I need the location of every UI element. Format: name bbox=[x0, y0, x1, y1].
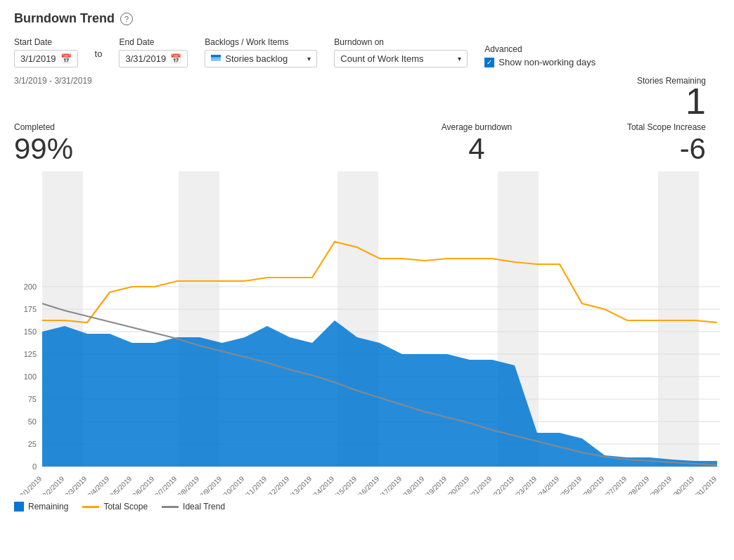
total-scope-line bbox=[42, 242, 717, 323]
date-range-label: 3/1/2019 - 3/31/2019 bbox=[14, 76, 92, 86]
svg-text:3/27/2019: 3/27/2019 bbox=[600, 474, 629, 495]
svg-text:3/22/2019: 3/22/2019 bbox=[488, 474, 516, 495]
advanced-group: Advanced Show non-working days bbox=[484, 44, 595, 67]
svg-text:3/15/2019: 3/15/2019 bbox=[330, 474, 359, 495]
advanced-label: Advanced bbox=[484, 44, 595, 54]
svg-text:3/2/2019: 3/2/2019 bbox=[41, 474, 66, 495]
svg-text:3/10/2019: 3/10/2019 bbox=[218, 474, 246, 495]
weekend-shade-5 bbox=[658, 171, 699, 467]
ylabel-0: 0 bbox=[32, 462, 37, 471]
burndown-dropdown[interactable]: Count of Work Items ▾ bbox=[334, 50, 468, 67]
burndown-value: Count of Work Items bbox=[340, 53, 423, 64]
to-label: to bbox=[95, 48, 103, 65]
remaining-label: Remaining bbox=[28, 502, 68, 512]
start-date-value: 3/1/2019 bbox=[20, 53, 56, 64]
svg-text:3/31/2019: 3/31/2019 bbox=[690, 474, 719, 495]
svg-text:3/25/2019: 3/25/2019 bbox=[555, 474, 584, 495]
show-nonworking-label: Show non-working days bbox=[498, 57, 595, 67]
completed-value: 99% bbox=[14, 132, 73, 166]
svg-text:3/19/2019: 3/19/2019 bbox=[420, 474, 449, 495]
svg-text:3/18/2019: 3/18/2019 bbox=[398, 474, 426, 495]
svg-text:3/9/2019: 3/9/2019 bbox=[198, 474, 224, 495]
chart-area: 0 25 50 75 100 125 150 175 200 bbox=[14, 171, 720, 495]
svg-text:3/17/2019: 3/17/2019 bbox=[375, 474, 404, 495]
backlog-list-icon bbox=[211, 55, 221, 63]
legend-total-scope: Total Scope bbox=[82, 502, 148, 512]
stories-remaining-value: 1 bbox=[685, 83, 706, 119]
svg-text:3/20/2019: 3/20/2019 bbox=[443, 474, 471, 495]
ylabel-125: 125 bbox=[24, 350, 37, 358]
average-label: Average burndown bbox=[442, 122, 513, 132]
backlog-value: Stories backlog bbox=[225, 53, 288, 64]
remaining-area bbox=[42, 320, 717, 467]
burndown-chart: 0 25 50 75 100 125 150 175 200 bbox=[14, 171, 720, 495]
burndown-group: Burndown on Count of Work Items ▾ bbox=[334, 37, 468, 67]
svg-text:3/12/2019: 3/12/2019 bbox=[263, 474, 291, 495]
backlogs-dropdown[interactable]: Stories backlog ▾ bbox=[205, 50, 317, 67]
start-date-input[interactable]: 3/1/2019 📅 bbox=[14, 50, 78, 67]
legend-remaining: Remaining bbox=[14, 502, 68, 512]
completed-stat: Completed 99% bbox=[14, 122, 73, 166]
svg-text:3/5/2019: 3/5/2019 bbox=[108, 474, 134, 495]
ideal-trend-label: Ideal Trend bbox=[183, 502, 225, 512]
end-date-input[interactable]: 3/31/2019 📅 bbox=[119, 50, 188, 67]
svg-text:3/30/2019: 3/30/2019 bbox=[668, 474, 696, 495]
svg-text:3/28/2019: 3/28/2019 bbox=[623, 474, 651, 495]
backlogs-label: Backlogs / Work Items bbox=[205, 37, 317, 47]
svg-text:3/6/2019: 3/6/2019 bbox=[131, 474, 156, 495]
ylabel-200: 200 bbox=[24, 282, 37, 291]
chart-legend: Remaining Total Scope Ideal Trend bbox=[14, 502, 720, 512]
start-date-label: Start Date bbox=[14, 37, 78, 47]
svg-text:3/13/2019: 3/13/2019 bbox=[285, 474, 314, 495]
remaining-swatch bbox=[14, 502, 24, 512]
svg-text:3/1/2019: 3/1/2019 bbox=[18, 474, 44, 495]
scope-label: Total Scope Increase bbox=[627, 122, 706, 132]
show-nonworking-row: Show non-working days bbox=[484, 57, 595, 67]
scope-stat: Total Scope Increase -6 bbox=[627, 122, 706, 166]
backlog-chevron-icon: ▾ bbox=[307, 55, 311, 63]
end-calendar-icon[interactable]: 📅 bbox=[170, 53, 181, 64]
show-nonworking-checkbox[interactable] bbox=[484, 58, 494, 67]
ylabel-25: 25 bbox=[28, 440, 37, 448]
svg-text:3/3/2019: 3/3/2019 bbox=[63, 474, 89, 495]
svg-text:3/26/2019: 3/26/2019 bbox=[578, 474, 606, 495]
end-date-label: End Date bbox=[119, 37, 188, 47]
end-date-value: 3/31/2019 bbox=[125, 53, 166, 64]
scope-value: -6 bbox=[627, 132, 706, 166]
backlogs-group: Backlogs / Work Items Stories backlog ▾ bbox=[205, 37, 317, 67]
help-icon[interactable]: ? bbox=[120, 13, 133, 25]
average-stat: Average burndown 4 bbox=[442, 122, 513, 166]
x-axis-labels: 3/1/2019 3/2/2019 3/3/2019 3/4/2019 3/5/… bbox=[18, 474, 719, 495]
svg-text:3/29/2019: 3/29/2019 bbox=[645, 474, 674, 495]
svg-text:3/16/2019: 3/16/2019 bbox=[353, 474, 381, 495]
svg-text:3/23/2019: 3/23/2019 bbox=[510, 474, 539, 495]
svg-text:3/8/2019: 3/8/2019 bbox=[176, 474, 201, 495]
burndown-label: Burndown on bbox=[334, 37, 468, 47]
total-scope-swatch bbox=[82, 506, 99, 508]
svg-text:3/11/2019: 3/11/2019 bbox=[240, 474, 269, 495]
legend-ideal-trend: Ideal Trend bbox=[162, 502, 225, 512]
svg-text:3/24/2019: 3/24/2019 bbox=[533, 474, 561, 495]
svg-text:3/14/2019: 3/14/2019 bbox=[308, 474, 336, 495]
ylabel-100: 100 bbox=[24, 372, 37, 381]
page-title: Burndown Trend bbox=[14, 11, 115, 26]
svg-text:3/4/2019: 3/4/2019 bbox=[86, 474, 111, 495]
completed-label: Completed bbox=[14, 122, 73, 132]
ylabel-175: 175 bbox=[24, 305, 37, 313]
ylabel-75: 75 bbox=[28, 395, 37, 403]
ylabel-50: 50 bbox=[28, 417, 37, 426]
ylabel-150: 150 bbox=[24, 327, 37, 336]
svg-text:3/7/2019: 3/7/2019 bbox=[153, 474, 179, 495]
average-value: 4 bbox=[442, 132, 513, 166]
start-calendar-icon[interactable]: 📅 bbox=[60, 53, 72, 64]
total-scope-label: Total Scope bbox=[103, 502, 148, 512]
burndown-chevron-icon: ▾ bbox=[458, 55, 461, 63]
start-date-group: Start Date 3/1/2019 📅 bbox=[14, 37, 78, 67]
end-date-group: End Date 3/31/2019 📅 bbox=[119, 37, 188, 67]
ideal-trend-swatch bbox=[162, 506, 179, 508]
svg-text:3/21/2019: 3/21/2019 bbox=[465, 474, 494, 495]
